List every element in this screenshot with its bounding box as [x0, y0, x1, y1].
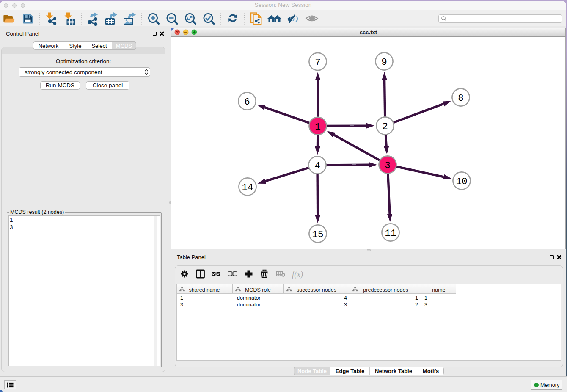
svg-text:14: 14	[242, 182, 253, 193]
svg-text:7: 7	[315, 57, 321, 68]
svg-text:9: 9	[381, 57, 387, 68]
svg-text:3: 3	[385, 160, 391, 171]
svg-text:2: 2	[382, 121, 388, 132]
svg-text:8: 8	[458, 93, 464, 104]
svg-text:15: 15	[312, 229, 323, 240]
svg-text:10: 10	[456, 176, 467, 187]
svg-text:4: 4	[314, 160, 320, 171]
svg-text:11: 11	[385, 228, 396, 239]
svg-text:f(x): f(x)	[292, 270, 303, 279]
svg-text:6: 6	[244, 97, 250, 108]
svg-text:1: 1	[315, 121, 321, 133]
